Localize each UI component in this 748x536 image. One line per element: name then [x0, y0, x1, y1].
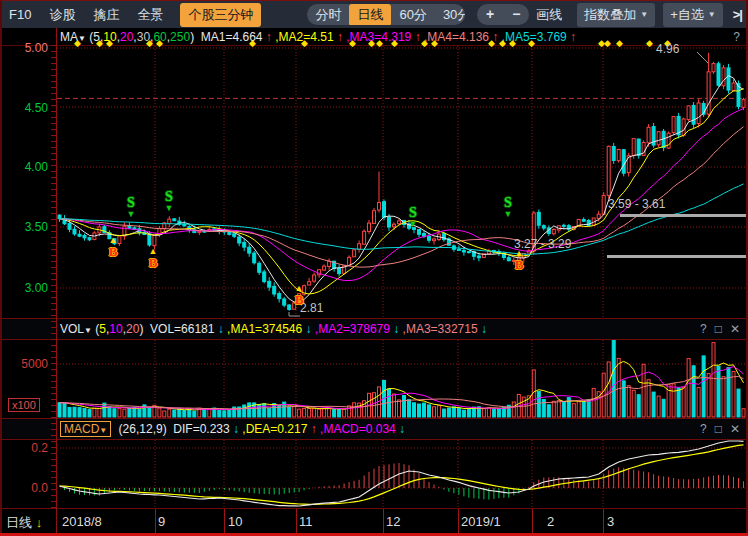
event-diamond-icon[interactable]: ◆: [431, 39, 438, 48]
nav-left-group: F10诊股擒庄全景: [0, 6, 172, 24]
event-diamond-icon[interactable]: ◆: [616, 39, 623, 48]
period-selector[interactable]: 日线 ↓: [6, 514, 42, 532]
volume-axis-label: 5000: [0, 357, 48, 371]
arrow-down-icon: ▼: [123, 210, 139, 219]
close-icon[interactable]: ✕: [730, 422, 740, 436]
month-tick: [603, 509, 604, 534]
help-icon[interactable]: ?: [733, 30, 740, 44]
macd-row-value-0: DIF=0.233: [173, 422, 229, 436]
month-label-6: 2: [547, 514, 554, 529]
ma-row-icons: ?: [733, 30, 740, 44]
arrow-down-icon: ▼: [500, 210, 516, 219]
close-icon[interactable]: ✕: [730, 322, 740, 336]
sell-marker-label: S: [405, 206, 421, 220]
ma-row-param-5: 250: [170, 30, 190, 44]
event-diamond-icon[interactable]: ◆: [376, 39, 383, 48]
event-diamond-icon[interactable]: ◆: [349, 39, 356, 48]
nav-item-2[interactable]: 擒庄: [93, 6, 119, 24]
macd-chart[interactable]: [57, 440, 746, 508]
month-label-1: 9: [158, 514, 165, 529]
month-label-0: 2018/8: [62, 514, 102, 529]
event-diamond-icon[interactable]: ◆: [391, 39, 398, 48]
stock-3min-button[interactable]: 个股三分钟: [180, 3, 261, 27]
zoom-in-button[interactable]: +: [477, 4, 503, 25]
vol-row-value-3: ,MA3=332715: [403, 322, 478, 336]
vol-row-params-open: (: [92, 322, 99, 336]
timeline-bar: 日线 ↓ 2018/891011122019/123: [0, 508, 748, 533]
help-icon[interactable]: ?: [700, 322, 707, 336]
nav-item-3[interactable]: 全景: [137, 6, 163, 24]
sell-marker: S▼: [405, 206, 421, 229]
price-axis-label-0: 5.00: [0, 41, 48, 55]
zoom-out-button[interactable]: −: [503, 4, 529, 25]
volume-chart[interactable]: [57, 340, 746, 418]
buy-marker: ▲B: [105, 236, 121, 258]
nav-item-0[interactable]: F10: [9, 7, 31, 22]
sell-marker-label: S: [161, 190, 177, 204]
event-diamond-icon[interactable]: ◆: [301, 39, 308, 48]
price-axis-line: [56, 28, 57, 533]
volume-panel[interactable]: 5000x100: [0, 340, 748, 418]
period-tab-1[interactable]: 日线: [349, 4, 391, 25]
period-selector-label: 日线: [6, 515, 32, 530]
price-axis-label-1: 4.50: [0, 101, 48, 115]
month-label-3: 11: [299, 514, 313, 529]
arrow-up-icon: ↑: [334, 30, 347, 44]
month-tick: [224, 509, 225, 534]
month-label-5: 2019/1: [461, 514, 501, 529]
period-tab-0[interactable]: 分时: [307, 4, 349, 25]
event-diamond-icon[interactable]: ◆: [509, 39, 516, 48]
event-diamond-icon[interactable]: ◆: [604, 39, 611, 48]
resistance-band-label: 3.59 - 3.61: [608, 197, 665, 211]
month-tick: [532, 509, 533, 534]
vol-row-params-close: ): [139, 322, 150, 336]
arrow-up-icon: ↑: [567, 30, 580, 44]
event-diamond-icon[interactable]: ◆: [368, 39, 375, 48]
nav-item-1[interactable]: 诊股: [49, 6, 75, 24]
index-overlay-button[interactable]: 指数叠加 ▼: [577, 3, 655, 27]
help-icon[interactable]: ?: [700, 422, 707, 436]
buy-marker-label: B: [145, 256, 161, 269]
macd-axis-label-1: 0.0: [0, 481, 48, 495]
month-label-7: 3: [607, 514, 614, 529]
event-diamond-icon[interactable]: ◆: [488, 39, 495, 48]
price-axis-label-4: 3.00: [0, 281, 48, 295]
buy-marker: ▲B: [511, 249, 527, 271]
vol-row-indicator-label[interactable]: VOL▼: [60, 322, 92, 336]
event-diamond-icon[interactable]: ◆: [106, 39, 113, 48]
vol-row-param-2: 20: [126, 322, 139, 336]
event-diamond-icon[interactable]: ◆: [249, 39, 256, 48]
support-line: [607, 255, 746, 258]
ma-row-indicator-label[interactable]: MA▼: [60, 30, 86, 44]
maximize-icon[interactable]: □: [715, 322, 722, 336]
chevron-down-icon: ▼: [708, 10, 716, 19]
index-overlay-label: 指数叠加: [584, 6, 636, 24]
event-diamond-icon[interactable]: ◆: [96, 39, 103, 48]
event-diamond-icon[interactable]: ◆: [499, 39, 506, 48]
macd-axis-label-0: 0.2: [0, 441, 48, 455]
month-tick: [296, 509, 297, 534]
maximize-icon[interactable]: □: [715, 422, 722, 436]
add-watchlist-button[interactable]: +自选 ▼: [663, 3, 723, 27]
collapse-panel-icon[interactable]: >|: [733, 7, 742, 22]
macd-row-indicator-label[interactable]: MACD▼: [60, 421, 111, 437]
arrow-up-icon: ↑: [263, 30, 276, 44]
macd-panel[interactable]: 0.20.0: [0, 440, 748, 508]
draw-line-button[interactable]: 画线: [536, 6, 562, 24]
vol-row-param-1: 10: [109, 322, 122, 336]
ma-row-params-close: ): [190, 30, 201, 44]
event-diamond-icon[interactable]: ◆: [156, 39, 163, 48]
event-diamond-icon[interactable]: ◆: [528, 39, 535, 48]
event-diamond-icon[interactable]: ◆: [146, 39, 153, 48]
event-diamond-icon[interactable]: ◆: [74, 39, 81, 48]
period-tab-2[interactable]: 60分: [391, 4, 434, 25]
month-tick: [383, 509, 384, 534]
month-label-4: 12: [386, 514, 400, 529]
event-diamond-icon[interactable]: ◆: [421, 39, 428, 48]
candlestick-chart[interactable]: [57, 46, 746, 318]
period-tab-3[interactable]: 30分: [435, 4, 465, 25]
event-diamond-icon[interactable]: ◆: [646, 39, 653, 48]
buy-marker-label: B: [105, 245, 121, 258]
candlestick-panel[interactable]: 5.004.504.003.503.00: [0, 45, 748, 319]
window-border-left: [0, 0, 2, 536]
